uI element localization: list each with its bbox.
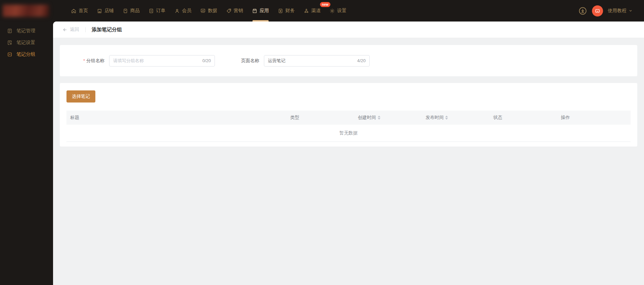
- sidebar-item-label: 笔记分组: [16, 51, 35, 57]
- column-header-type: 类型: [286, 115, 354, 121]
- topnav-item-label: 应用: [260, 8, 269, 14]
- page-name-counter: 4/20: [357, 58, 366, 63]
- group-form-card: * 分组名称 0/20 页面名称 4/20: [60, 45, 637, 76]
- topnav-item-members[interactable]: 会员: [170, 0, 196, 22]
- tutorial-label: 使用教程: [608, 8, 627, 14]
- group-name-label: 分组名称: [86, 58, 104, 64]
- group-name-counter: 0/20: [202, 58, 211, 63]
- topnav-item-label: 店铺: [104, 8, 114, 14]
- support-avatar-button[interactable]: [592, 5, 603, 16]
- page-name-form-item: 页面名称 4/20: [241, 55, 370, 67]
- orders-icon: [148, 8, 154, 14]
- topnav-item-channels[interactable]: 渠道 new: [299, 0, 325, 22]
- page-header: 返回 添加笔记分组: [53, 22, 644, 38]
- app-window: 首页 店铺 商品 订单 会员 数据: [0, 0, 644, 285]
- shop-icon: [97, 8, 102, 14]
- topnav-item-label: 数据: [208, 8, 217, 14]
- topnav-item-label: 设置: [337, 8, 347, 14]
- notes-card: 选择笔记 标题 类型 创建时间: [60, 83, 637, 147]
- channels-icon: [304, 8, 309, 14]
- sidebar-item-note-groups[interactable]: 笔记分组: [0, 48, 53, 60]
- note-groups-icon: [7, 52, 12, 57]
- page-name-input[interactable]: [268, 58, 355, 63]
- finance-icon: [278, 8, 283, 14]
- main-area: 返回 添加笔记分组 * 分组名称 0/20: [53, 22, 644, 285]
- primary-nav: 首页 店铺 商品 订单 会员 数据: [66, 0, 351, 22]
- sort-toggle[interactable]: [445, 116, 448, 120]
- topnav-item-marketing[interactable]: 营销: [222, 0, 247, 22]
- topnav-item-label: 订单: [156, 8, 166, 14]
- column-header-actions: 操作: [557, 115, 631, 121]
- top-navbar: 首页 店铺 商品 订单 会员 数据: [0, 0, 644, 22]
- page-content: * 分组名称 0/20 页面名称 4/20: [53, 38, 644, 147]
- topnav-item-label: 商品: [130, 8, 140, 14]
- topnav-item-label: 会员: [182, 8, 191, 14]
- column-header-status: 状态: [490, 115, 557, 121]
- chat-avatar-icon: [594, 8, 601, 14]
- page-name-input-wrap: 4/20: [264, 55, 370, 67]
- tutorial-dropdown[interactable]: 使用教程: [608, 8, 633, 14]
- settings-icon: [329, 8, 335, 14]
- sort-asc-icon: [378, 116, 380, 117]
- back-button[interactable]: 返回: [62, 27, 79, 33]
- group-name-form-item: * 分组名称 0/20: [83, 55, 215, 67]
- brand-logo: [3, 5, 49, 17]
- column-header-created-time[interactable]: 创建时间: [354, 115, 422, 121]
- topnav-item-goods[interactable]: 商品: [118, 0, 144, 22]
- sidebar-item-label: 笔记管理: [16, 28, 35, 34]
- topnav-item-orders[interactable]: 订单: [144, 0, 170, 22]
- sort-desc-icon: [445, 118, 448, 120]
- topnav-item-finance[interactable]: 财务: [273, 0, 299, 22]
- marketing-icon: [226, 8, 232, 14]
- column-header-publish-time[interactable]: 发布时间: [422, 115, 490, 121]
- topnav-item-label: 营销: [234, 8, 243, 14]
- content-frame: 笔记管理 笔记设置 笔记分组 返回 添加笔记分组: [0, 22, 644, 285]
- page-title: 添加笔记分组: [92, 27, 122, 33]
- download-button[interactable]: [578, 6, 587, 15]
- sort-toggle[interactable]: [378, 116, 380, 120]
- group-name-input[interactable]: [113, 58, 200, 63]
- note-settings-icon: [7, 40, 12, 45]
- column-header-title: 标题: [66, 115, 286, 121]
- note-management-icon: [7, 28, 12, 34]
- topnav-item-shop[interactable]: 店铺: [92, 0, 118, 22]
- select-notes-button[interactable]: 选择笔记: [66, 90, 95, 103]
- goods-icon: [123, 8, 128, 14]
- sidebar-item-label: 笔记设置: [16, 40, 35, 46]
- chevron-down-icon: [629, 9, 633, 13]
- topbar-right: 使用教程: [578, 5, 633, 16]
- sidebar: 笔记管理 笔记设置 笔记分组: [0, 22, 53, 285]
- topnav-item-apps[interactable]: 应用: [247, 0, 273, 22]
- sidebar-item-note-settings[interactable]: 笔记设置: [0, 37, 53, 48]
- table-empty-state: 暂无数据: [66, 125, 631, 142]
- sidebar-item-note-management[interactable]: 笔记管理: [0, 25, 53, 37]
- back-arrow-icon: [62, 27, 67, 32]
- active-tab-underline: [252, 20, 269, 22]
- topnav-item-label: 财务: [285, 8, 295, 14]
- topnav-item-data[interactable]: 数据: [196, 0, 222, 22]
- data-icon: [200, 8, 206, 14]
- topnav-item-home[interactable]: 首页: [66, 0, 92, 22]
- topnav-item-label: 渠道: [311, 8, 321, 14]
- required-star: *: [83, 58, 85, 63]
- back-label: 返回: [70, 27, 79, 33]
- sort-desc-icon: [378, 118, 380, 120]
- members-icon: [174, 8, 180, 14]
- apps-icon: [252, 8, 258, 14]
- download-icon: [578, 6, 587, 15]
- home-icon: [71, 8, 77, 14]
- notes-table: 标题 类型 创建时间: [66, 111, 631, 142]
- header-divider: [85, 27, 86, 32]
- sort-asc-icon: [445, 116, 448, 117]
- table-header-row: 标题 类型 创建时间: [66, 111, 631, 125]
- group-name-input-wrap: 0/20: [109, 55, 215, 67]
- topnav-item-label: 首页: [79, 8, 88, 14]
- topnav-item-settings[interactable]: 设置: [325, 0, 351, 22]
- page-name-label: 页面名称: [241, 58, 259, 64]
